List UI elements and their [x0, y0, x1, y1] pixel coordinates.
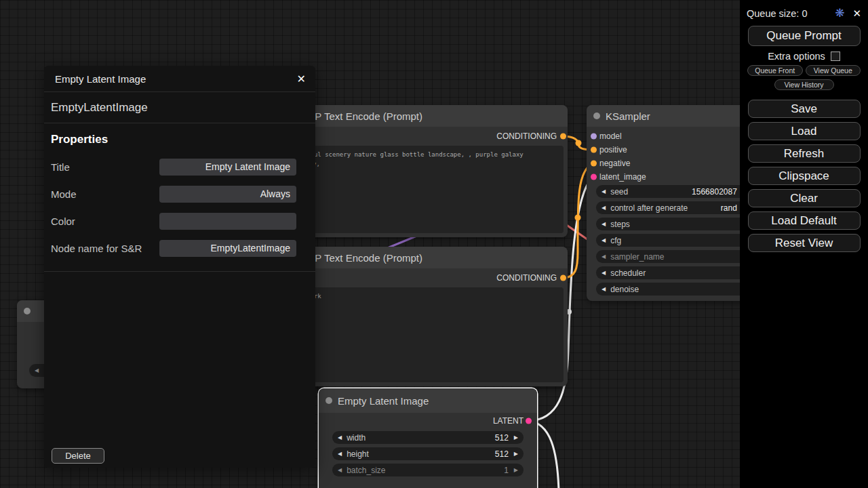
- collapse-dot-icon[interactable]: [326, 397, 332, 404]
- queue-size-label: Queue size: 0: [747, 8, 827, 19]
- decrement-arrow-icon[interactable]: ◀: [338, 434, 342, 441]
- node-header[interactable]: Empty Latent Image: [319, 388, 537, 413]
- node-title: CLIP Text Encode (Prompt): [299, 110, 422, 122]
- widget-value: rand: [721, 203, 737, 213]
- collapse-dot-icon[interactable]: [24, 308, 31, 314]
- queue-prompt-button[interactable]: Queue Prompt: [748, 26, 861, 46]
- view-history-button[interactable]: View History: [774, 79, 834, 90]
- denoise-widget[interactable]: ◀ denoise: [596, 283, 753, 296]
- decrement-arrow-icon[interactable]: ◀: [601, 286, 606, 292]
- conditioning-output-port[interactable]: [560, 134, 566, 140]
- extra-options-checkbox[interactable]: [831, 52, 840, 61]
- node-properties-panel: Empty Latent Image ✕ EmptyLatentImage Pr…: [44, 66, 315, 468]
- prompt-text-widget[interactable]: beautiful scenery nature glass bottle la…: [284, 146, 564, 233]
- decrement-arrow-icon[interactable]: ◀: [601, 253, 606, 260]
- property-label: Color: [51, 216, 75, 227]
- positive-input-port[interactable]: [591, 147, 597, 153]
- extra-options-label: Extra options: [768, 51, 825, 62]
- decrement-arrow-icon[interactable]: ◀: [601, 205, 606, 211]
- output-label: CONDITIONING: [496, 131, 557, 141]
- queue-front-button[interactable]: Queue Front: [747, 65, 803, 76]
- widget-rows: ◀ seed 1566802087 ▶ ◀ control after gene…: [587, 185, 763, 296]
- menu-buttons: Save Load Refresh Clipspace Clear Load D…: [740, 100, 868, 252]
- settings-icon[interactable]: ❋: [835, 6, 844, 20]
- clear-button[interactable]: Clear: [748, 189, 861, 207]
- prompt-text-widget[interactable]: watermark: [284, 287, 564, 382]
- menu-close-icon[interactable]: ✕: [852, 7, 861, 20]
- properties-heading: Properties: [44, 123, 315, 153]
- latent-image-input-port[interactable]: [591, 174, 597, 180]
- negative-input-port[interactable]: [591, 161, 597, 167]
- batch-size-widget[interactable]: ◀ batch_size 1 ▶: [332, 464, 524, 476]
- input-negative: negative: [587, 157, 763, 170]
- link-midpoint-dot: [575, 215, 581, 221]
- node-empty-latent-image[interactable]: Empty Latent Image LATENT ◀ width 512 ▶ …: [319, 388, 537, 488]
- sampler-name-widget[interactable]: ◀ sampler_name: [596, 250, 753, 263]
- title-field[interactable]: Empty Latent Image: [159, 159, 296, 176]
- steps-widget[interactable]: ◀ steps: [596, 218, 753, 230]
- input-latent-image: latent_image: [587, 170, 763, 184]
- decrement-arrow-icon[interactable]: ◀: [338, 467, 342, 473]
- latent-output-port[interactable]: [526, 418, 532, 424]
- load-button[interactable]: Load: [748, 122, 861, 140]
- refresh-button[interactable]: Refresh: [748, 144, 861, 163]
- node-clip-text-encode-positive[interactable]: CLIP Text Encode (Prompt) CONDITIONING b…: [280, 105, 568, 237]
- control-after-generate-widget[interactable]: ◀ control after generate rand ▶: [596, 201, 753, 214]
- output-row: LATENT: [319, 413, 537, 429]
- conditioning-output-port[interactable]: [560, 275, 566, 281]
- widget-value: 512: [495, 449, 509, 459]
- node-header[interactable]: CLIP Text Encode (Prompt): [280, 247, 568, 268]
- increment-arrow-icon[interactable]: ▶: [514, 467, 518, 473]
- property-row: Color: [44, 207, 315, 235]
- widget-value: 512: [495, 433, 509, 443]
- property-label: Node name for S&R: [51, 243, 142, 254]
- increment-arrow-icon[interactable]: ▶: [514, 451, 518, 457]
- output-row: CONDITIONING: [280, 268, 568, 287]
- widget-value: 1: [504, 466, 509, 475]
- model-input-port[interactable]: [591, 134, 597, 140]
- node-clip-text-encode-negative[interactable]: CLIP Text Encode (Prompt) CONDITIONING w…: [280, 247, 568, 386]
- queue-buttons-row: Queue Front View Queue: [747, 65, 861, 76]
- collapse-dot-icon[interactable]: [593, 113, 600, 119]
- decrement-arrow-icon[interactable]: ◀: [338, 451, 342, 457]
- widget-label: seed: [610, 187, 628, 197]
- panel-close-icon[interactable]: ✕: [297, 73, 306, 85]
- link-midpoint-dot: [576, 140, 582, 146]
- view-queue-button[interactable]: View Queue: [806, 65, 861, 76]
- widget-label: sampler_name: [610, 252, 664, 262]
- save-button[interactable]: Save: [748, 100, 861, 118]
- height-widget[interactable]: ◀ height 512 ▶: [332, 447, 524, 460]
- history-row: View History: [747, 79, 861, 90]
- input-label: latent_image: [599, 172, 646, 182]
- panel-title: Empty Latent Image: [55, 73, 297, 85]
- seed-widget[interactable]: ◀ seed 1566802087 ▶: [596, 185, 753, 198]
- input-positive: positive: [587, 143, 763, 157]
- mode-field[interactable]: Always: [159, 186, 296, 203]
- cfg-widget[interactable]: ◀ cfg: [596, 234, 753, 247]
- node-name-sr-field[interactable]: EmptyLatentImage: [159, 240, 296, 257]
- load-default-button[interactable]: Load Default: [748, 211, 861, 230]
- node-title: CLIP Text Encode (Prompt): [299, 252, 422, 264]
- clipspace-button[interactable]: Clipspace: [748, 167, 861, 185]
- panel-header: Empty Latent Image ✕: [44, 66, 315, 92]
- decrement-arrow-icon[interactable]: ◀: [601, 237, 606, 243]
- color-field[interactable]: [159, 213, 296, 230]
- node-header[interactable]: KSampler: [587, 105, 763, 127]
- node-ksampler[interactable]: KSampler model positive negative latent_…: [587, 105, 763, 301]
- output-row: CONDITIONING: [280, 127, 568, 146]
- comfyui-menu: Queue size: 0 ❋ ✕ Queue Prompt Extra opt…: [740, 0, 868, 488]
- decrement-arrow-icon[interactable]: ◀: [601, 221, 606, 227]
- widget-label: batch_size: [347, 466, 385, 475]
- decrement-arrow-icon[interactable]: ◀: [601, 188, 606, 195]
- input-rows: model positive negative latent_image: [587, 129, 763, 184]
- delete-node-button[interactable]: Delete: [52, 448, 104, 464]
- increment-arrow-icon[interactable]: ▶: [514, 434, 518, 441]
- width-widget[interactable]: ◀ width 512 ▶: [332, 431, 524, 444]
- reset-view-button[interactable]: Reset View: [748, 234, 861, 252]
- decrement-arrow-icon[interactable]: ◀: [601, 270, 606, 276]
- node-header[interactable]: CLIP Text Encode (Prompt): [280, 105, 568, 127]
- decrement-arrow-icon[interactable]: ◀: [35, 367, 39, 373]
- scheduler-widget[interactable]: ◀ scheduler: [596, 266, 753, 279]
- widget-label: height: [347, 449, 369, 459]
- prompt-text-line: y,: [288, 159, 559, 169]
